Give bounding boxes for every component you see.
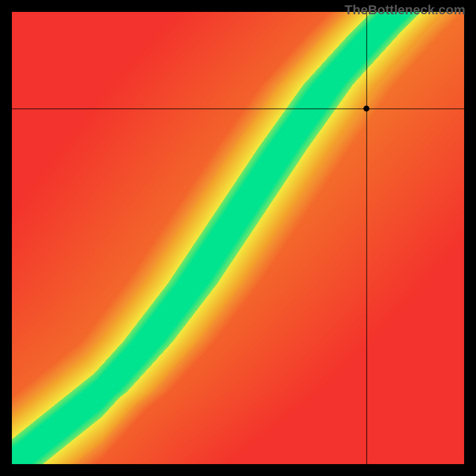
- watermark-text: TheBottleneck.com: [345, 2, 465, 18]
- heatmap-canvas: [12, 12, 464, 464]
- heatmap-plot: [12, 12, 464, 464]
